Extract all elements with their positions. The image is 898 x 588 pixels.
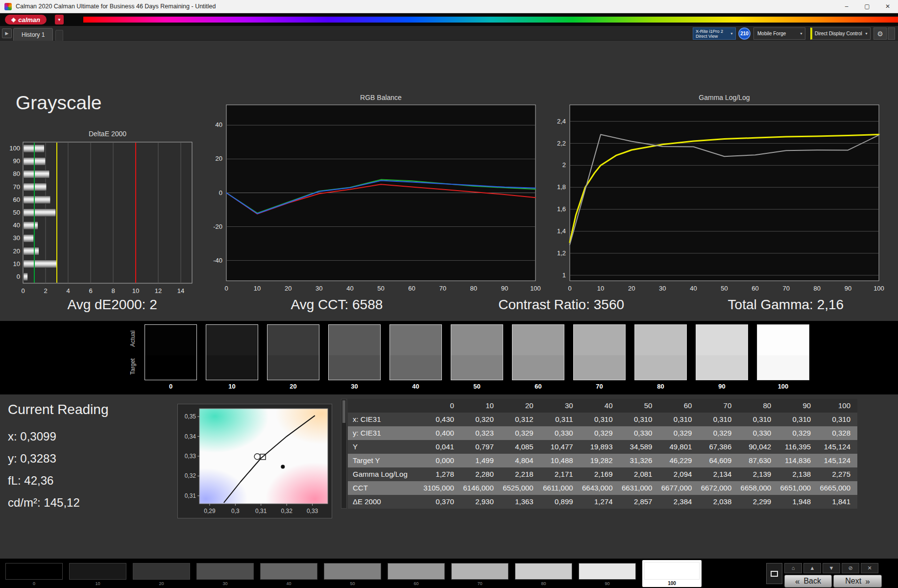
patch-disable-button[interactable]: ⊘ xyxy=(842,563,859,573)
patch-button-50[interactable]: 50 xyxy=(324,563,381,586)
window-title: Calman 2020 Calman Ultimate for Business… xyxy=(16,3,216,10)
swatch-box xyxy=(696,324,748,380)
column-header: 40 xyxy=(580,399,620,413)
cell-value: 0,330 xyxy=(540,426,580,440)
patch-button-80[interactable]: 80 xyxy=(515,563,572,586)
svg-text:0,33: 0,33 xyxy=(307,508,318,514)
patch-button-20[interactable]: 20 xyxy=(133,563,190,586)
svg-text:60: 60 xyxy=(13,196,20,203)
cell-value: 4,085 xyxy=(501,440,540,454)
next-button[interactable]: Next » xyxy=(833,575,882,588)
logo-menu-button[interactable]: ▼ xyxy=(55,15,64,24)
patch-down-button[interactable]: ▼ xyxy=(823,563,840,573)
svg-text:100: 100 xyxy=(9,145,20,152)
swatch-label: 60 xyxy=(512,383,564,390)
cell-value: 114,836 xyxy=(778,454,818,467)
cell-value: 2,857 xyxy=(620,495,659,509)
cell-value: 1,274 xyxy=(580,495,620,509)
tab-bar: ▶ History 1 X-Rite i1Pro 2 Direct View ▼… xyxy=(0,26,898,41)
maximize-button[interactable]: ▢ xyxy=(857,0,877,13)
swatch-box xyxy=(389,324,442,380)
table-row: CCT3105,0006146,0006525,0006611,0006643,… xyxy=(348,481,857,495)
grayscale-swatch-60: 60 xyxy=(512,324,564,390)
swatch-actual-color xyxy=(206,325,258,355)
svg-text:10: 10 xyxy=(132,287,139,294)
svg-text:30: 30 xyxy=(13,234,20,242)
swatch-box xyxy=(145,324,197,380)
tab-history-1[interactable]: History 1 xyxy=(13,28,53,41)
svg-text:2,4: 2,4 xyxy=(557,118,566,125)
table-scrollbar[interactable] xyxy=(341,399,347,509)
patch-button-100[interactable]: 100 xyxy=(642,560,702,587)
tab-scroll-button[interactable]: ▶ xyxy=(2,28,12,38)
cell-value: 0,329 xyxy=(501,426,540,440)
back-button[interactable]: « Back xyxy=(784,575,832,588)
svg-text:100: 100 xyxy=(530,285,541,292)
settings-button[interactable]: ⚙ xyxy=(874,27,887,40)
patch-button-30[interactable]: 30 xyxy=(196,563,254,586)
panel-collapse-button[interactable] xyxy=(888,27,895,40)
table-row: ΔE 20000,3702,9301,3630,8991,2742,8572,3… xyxy=(348,495,857,509)
square-icon xyxy=(771,571,778,577)
cell-value: 6665,000 xyxy=(818,481,857,495)
cell-value: 2,930 xyxy=(461,495,501,509)
svg-text:0,29: 0,29 xyxy=(204,508,216,514)
cie-target-marker xyxy=(254,454,260,460)
patch-button-90[interactable]: 90 xyxy=(579,563,636,586)
cell-value: 6525,000 xyxy=(501,481,540,495)
deltae-chart-svg: DeltaE 200002468101214100908070605040302… xyxy=(3,128,199,300)
meter-status-badge[interactable]: 210 xyxy=(738,27,751,40)
cell-value: 90,042 xyxy=(738,440,778,454)
cell-value: 64,609 xyxy=(699,454,738,467)
patch-button-0[interactable]: 0 xyxy=(5,563,63,586)
cell-value: 0,000 xyxy=(421,454,461,467)
total-gamma-stat: Total Gamma: 2,16 xyxy=(674,297,898,313)
title-bar: Calman 2020 Calman Ultimate for Business… xyxy=(0,0,898,13)
patch-window-toggle-button[interactable] xyxy=(766,563,782,584)
svg-text:80: 80 xyxy=(470,285,477,292)
svg-text:0,3: 0,3 xyxy=(231,508,240,514)
cell-value: 2,280 xyxy=(461,467,501,481)
svg-text:0: 0 xyxy=(568,285,571,292)
reading-x: x: 0,3099 xyxy=(8,425,108,447)
patch-swatch xyxy=(324,563,381,580)
minimize-button[interactable]: – xyxy=(836,0,857,13)
patch-button-40[interactable]: 40 xyxy=(260,563,317,586)
scrollbar-thumb[interactable] xyxy=(342,400,345,423)
patch-row: 0102030405060708090100 xyxy=(5,563,702,587)
close-button[interactable]: ✕ xyxy=(877,0,898,13)
cell-value: 0,310 xyxy=(659,413,699,426)
meter-dropdown[interactable]: X-Rite i1Pro 2 Direct View ▼ xyxy=(693,27,736,40)
cell-value: 0,400 xyxy=(421,426,461,440)
swatch-label: 90 xyxy=(696,383,748,390)
swatch-row: 0102030405060708090100 xyxy=(145,324,809,390)
cell-value: 34,589 xyxy=(620,440,659,454)
cie-panel: 0,290,30,310,320,330,350,340,330,320,31 xyxy=(177,404,332,518)
cell-value: 1,499 xyxy=(461,454,501,467)
source-label: Mobile Forge xyxy=(757,31,798,36)
patch-swatch xyxy=(260,563,317,580)
patch-up-button[interactable]: ▲ xyxy=(803,563,821,573)
patch-close-button[interactable]: ✕ xyxy=(861,563,878,573)
patch-home-button[interactable]: ⌂ xyxy=(784,563,802,573)
swatch-label: 20 xyxy=(267,383,319,390)
svg-text:20: 20 xyxy=(285,285,291,292)
patch-button-70[interactable]: 70 xyxy=(451,563,509,586)
row-label: Y xyxy=(348,440,421,454)
table-row: x: CIE310,4300,3200,3120,3110,3100,3100,… xyxy=(348,413,857,426)
display-dropdown[interactable]: Direct Display Control ▼ xyxy=(810,27,871,40)
cell-value: 0,312 xyxy=(501,413,540,426)
calman-logo[interactable]: ◈ calman xyxy=(5,15,47,24)
grayscale-swatch-100: 100 xyxy=(757,324,809,390)
chevron-down-icon: ▼ xyxy=(863,32,870,35)
patch-button-60[interactable]: 60 xyxy=(388,563,445,586)
source-dropdown[interactable]: Mobile Forge ▼ xyxy=(753,27,805,40)
column-header: 90 xyxy=(778,399,818,413)
swatch-target-color xyxy=(757,355,809,380)
swatch-target-color xyxy=(329,355,380,380)
chevron-down-icon: ▼ xyxy=(798,32,805,35)
tab-stub[interactable] xyxy=(55,30,63,41)
table-row: Y0,0410,7974,08510,47719,89334,58949,801… xyxy=(348,440,857,454)
cell-value: 0,310 xyxy=(699,413,738,426)
patch-button-10[interactable]: 10 xyxy=(69,563,126,586)
